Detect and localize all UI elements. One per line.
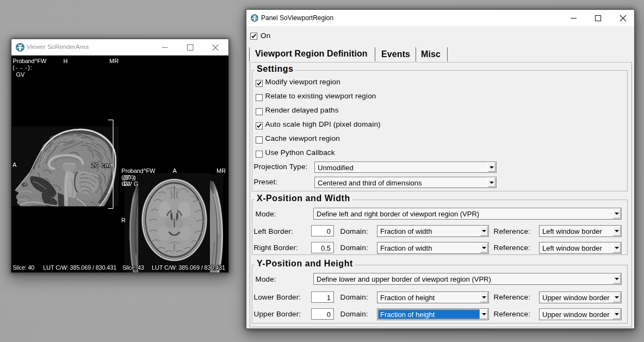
svg-text:MR: MR xyxy=(216,167,226,174)
svg-text:LUT C/W: 385.069 / 830.431: LUT C/W: 385.069 / 830.431 xyxy=(43,264,116,271)
svg-text:H: H xyxy=(64,58,68,64)
svg-text:LUT C/W: 385.069 / 830.431: LUT C/W: 385.069 / 830.431 xyxy=(152,264,225,271)
svg-text:A: A xyxy=(13,161,17,168)
svg-text:MR: MR xyxy=(109,58,119,64)
svg-text:Slice: 40: Slice: 40 xyxy=(13,264,34,271)
svg-text:GV: GV xyxy=(16,71,26,78)
svg-text:Slice: 43: Slice: 43 xyxy=(122,264,144,271)
svg-text:R: R xyxy=(121,217,126,223)
svg-text:A: A xyxy=(173,167,177,174)
svg-text:(- - -):: (- - -): xyxy=(13,64,32,71)
svg-text:GV: GV xyxy=(122,181,131,187)
svg-text:Proband^FW: Proband^FW xyxy=(13,58,47,64)
svg-text:Proband^FW: Proband^FW xyxy=(121,167,156,174)
svg-text:20 cm: 20 cm xyxy=(91,162,110,169)
